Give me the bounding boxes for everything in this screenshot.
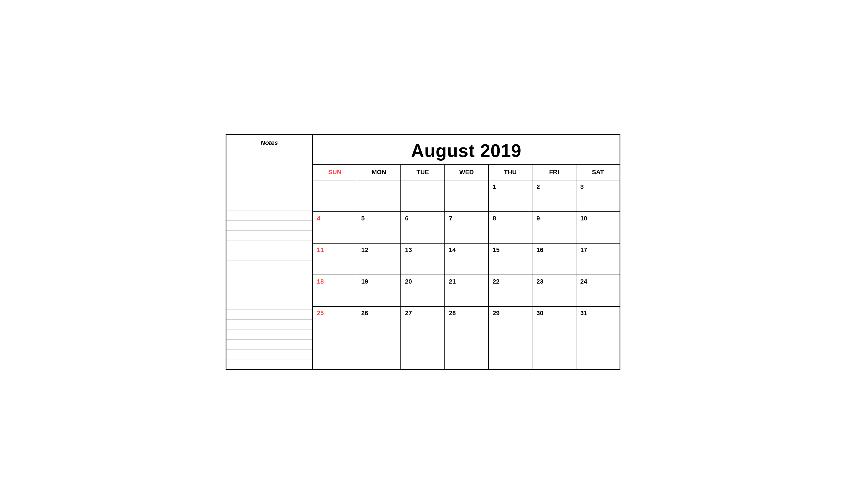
day-cell[interactable]: 29 (488, 307, 532, 338)
notes-line[interactable] (226, 280, 312, 290)
day-cell[interactable]: 20 (401, 275, 444, 306)
week-row-0: 123 (313, 180, 620, 212)
notes-header: Notes (226, 135, 312, 151)
day-header-fri: FRI (532, 165, 576, 180)
day-cell[interactable]: 13 (401, 244, 444, 274)
notes-line[interactable] (226, 340, 312, 349)
notes-line[interactable] (226, 320, 312, 329)
day-cell[interactable]: 24 (576, 275, 620, 306)
day-cell[interactable]: 6 (401, 212, 444, 243)
day-cell[interactable]: 22 (488, 275, 532, 306)
day-cell[interactable]: 12 (357, 244, 401, 274)
notes-line[interactable] (226, 359, 312, 369)
day-header-tue: TUE (401, 165, 444, 180)
notes-line[interactable] (226, 151, 312, 161)
notes-section: Notes (226, 135, 313, 369)
day-header-sun: SUN (313, 165, 357, 180)
day-header-mon: MON (357, 165, 401, 180)
calendar-section: August 2019 SUNMONTUEWEDTHUFRISAT 123456… (313, 135, 620, 369)
day-cell[interactable]: 3 (576, 180, 620, 211)
calendar-weeks: 1234567891011121314151617181920212223242… (313, 180, 620, 369)
notes-line[interactable] (226, 161, 312, 171)
day-cell[interactable]: 17 (576, 244, 620, 274)
day-cell[interactable] (313, 180, 357, 211)
day-cell[interactable] (313, 338, 357, 369)
notes-line[interactable] (226, 231, 312, 240)
day-cell[interactable]: 8 (488, 212, 532, 243)
notes-line[interactable] (226, 260, 312, 270)
day-cell[interactable]: 11 (313, 244, 357, 274)
notes-line[interactable] (226, 191, 312, 201)
day-cell[interactable]: 31 (576, 307, 620, 338)
calendar-title: August 2019 (313, 135, 620, 164)
week-row-1: 45678910 (313, 212, 620, 244)
day-cell[interactable]: 18 (313, 275, 357, 306)
notes-line[interactable] (226, 240, 312, 250)
day-cell[interactable] (444, 338, 488, 369)
day-cell[interactable]: 25 (313, 307, 357, 338)
day-cell[interactable] (401, 180, 444, 211)
day-cell[interactable] (357, 180, 401, 211)
week-row-3: 18192021222324 (313, 275, 620, 307)
day-cell[interactable]: 1 (488, 180, 532, 211)
calendar-grid: SUNMONTUEWEDTHUFRISAT 123456789101112131… (313, 164, 620, 369)
day-cell[interactable]: 7 (444, 212, 488, 243)
notes-line[interactable] (226, 349, 312, 359)
notes-line[interactable] (226, 221, 312, 231)
week-row-5 (313, 338, 620, 369)
notes-line[interactable] (226, 330, 312, 340)
day-cell[interactable]: 27 (401, 307, 444, 338)
day-cell[interactable] (401, 338, 444, 369)
day-headers-row: SUNMONTUEWEDTHUFRISAT (313, 164, 620, 180)
day-cell[interactable]: 30 (532, 307, 576, 338)
notes-line[interactable] (226, 270, 312, 280)
notes-line[interactable] (226, 290, 312, 300)
page-container: Notes August 2019 SUNMONTUEWEDTHUFRISAT … (226, 134, 620, 370)
day-cell[interactable]: 16 (532, 244, 576, 274)
notes-line[interactable] (226, 310, 312, 320)
day-cell[interactable]: 9 (532, 212, 576, 243)
notes-line[interactable] (226, 211, 312, 221)
notes-line[interactable] (226, 300, 312, 310)
day-cell[interactable] (576, 338, 620, 369)
notes-line[interactable] (226, 201, 312, 211)
day-cell[interactable]: 21 (444, 275, 488, 306)
week-row-4: 25262728293031 (313, 307, 620, 338)
day-cell[interactable]: 4 (313, 212, 357, 243)
day-cell[interactable] (532, 338, 576, 369)
day-cell[interactable]: 15 (488, 244, 532, 274)
day-cell[interactable] (444, 180, 488, 211)
notes-line[interactable] (226, 250, 312, 260)
notes-title: Notes (261, 139, 278, 146)
day-header-wed: WED (444, 165, 488, 180)
day-cell[interactable]: 14 (444, 244, 488, 274)
day-cell[interactable]: 28 (444, 307, 488, 338)
day-cell[interactable]: 26 (357, 307, 401, 338)
day-cell[interactable]: 2 (532, 180, 576, 211)
day-cell[interactable] (357, 338, 401, 369)
day-cell[interactable]: 10 (576, 212, 620, 243)
day-cell[interactable]: 5 (357, 212, 401, 243)
notes-line[interactable] (226, 171, 312, 181)
week-row-2: 11121314151617 (313, 244, 620, 275)
day-cell[interactable] (488, 338, 532, 369)
day-header-thu: THU (488, 165, 532, 180)
day-cell[interactable]: 23 (532, 275, 576, 306)
day-cell[interactable]: 19 (357, 275, 401, 306)
notes-lines (226, 151, 312, 369)
day-header-sat: SAT (576, 165, 620, 180)
notes-line[interactable] (226, 181, 312, 191)
